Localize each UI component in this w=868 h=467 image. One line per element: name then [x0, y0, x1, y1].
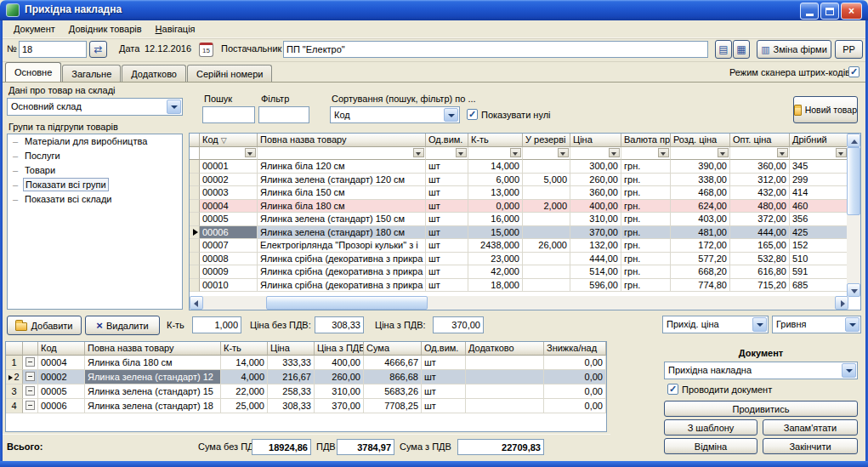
stock-table-row[interactable]: 00002Ялинка зелена (стандарт) 120 смшт6,… [190, 174, 848, 187]
stock-table-row[interactable]: 00008Ялинка срібна (декоративна з прикра… [190, 253, 848, 266]
invoice-column-header[interactable]: К-ть [221, 342, 268, 356]
close-button[interactable]: × [841, 3, 862, 20]
stock-hscrollbar[interactable] [190, 296, 848, 310]
post-document-checkbox[interactable]: ✓ [667, 384, 678, 395]
filter-cell[interactable] [570, 147, 621, 160]
minimize-button[interactable] [800, 3, 819, 20]
maximize-button[interactable] [820, 3, 839, 20]
tab-0[interactable]: Основне [5, 62, 61, 82]
stock-table-row[interactable]: 00009Ялинка срібна (декоративна з прикра… [190, 265, 848, 279]
tree-item[interactable]: Товари [8, 163, 182, 178]
tab-1[interactable]: Загальне [62, 65, 121, 82]
stock-table-row[interactable]: 00004Ялинка біла 180 смшт0,0002,000400,0… [190, 200, 848, 214]
chevron-down-icon[interactable] [752, 317, 767, 332]
tab-3[interactable]: Серійні номери [187, 65, 272, 82]
stock-column-header[interactable]: К-ть [468, 134, 523, 147]
show-zeros-checkbox[interactable]: ✓ [467, 109, 478, 120]
scroll-right-icon[interactable] [835, 296, 848, 310]
tree-item[interactable]: Показати всі склади [8, 192, 182, 207]
vscroll-thumb[interactable] [847, 147, 860, 215]
invoice-table-row[interactable]: 300005Ялинка зелена (стандарт) 1522,0002… [6, 384, 606, 399]
filter-input[interactable] [258, 106, 309, 123]
filter-dropdown-icon[interactable] [413, 148, 424, 157]
collapse-icon[interactable] [26, 386, 35, 396]
invoice-column-header[interactable]: Ціна з ПДВ [315, 342, 364, 356]
cancel-button[interactable]: Відміна [664, 438, 757, 454]
stock-column-header[interactable]: У резерві [523, 134, 570, 147]
filter-dropdown-icon[interactable] [836, 148, 847, 157]
collapse-icon[interactable] [26, 401, 35, 410]
invoice-table-row[interactable]: 400006Ялинка зелена (стандарт) 1825,0003… [6, 399, 606, 413]
stock-table-row[interactable]: 00003Ялинка біла 150 смшт13,000360,00грн… [190, 186, 848, 200]
price-vat-input[interactable] [433, 316, 484, 333]
scroll-down-icon[interactable] [847, 283, 860, 297]
stock-table-row[interactable]: 00005Ялинка зелена (стандарт) 150 смшт16… [190, 213, 848, 226]
supplier-input[interactable] [283, 41, 708, 58]
structure-button[interactable]: ▦ [733, 40, 750, 59]
stock-column-header[interactable]: Од.вим. [426, 134, 468, 147]
pp-button[interactable]: РР [835, 40, 863, 59]
filter-cell[interactable] [468, 147, 523, 160]
number-input[interactable] [19, 41, 87, 58]
stock-table-row[interactable]: 00010Ялинка срібна (декоративна з прикра… [190, 279, 848, 293]
invoice-column-header[interactable]: Додатково [466, 342, 544, 356]
new-item-button[interactable]: Новий товар [793, 96, 858, 123]
calendar-button[interactable]: 15 [199, 43, 213, 57]
invoice-column-header[interactable]: Повна назва товару [85, 342, 221, 356]
menu-item-1[interactable]: Довідник товарів [62, 22, 149, 36]
stock-table-row[interactable]: 00007Електрогірлянда "Прозорі кульки" з … [190, 239, 848, 253]
filter-dropdown-icon[interactable] [658, 148, 669, 157]
preview-button[interactable]: Продивитись [664, 401, 858, 417]
filter-dropdown-icon[interactable] [718, 148, 729, 157]
filter-dropdown-icon[interactable] [609, 148, 620, 157]
collapse-icon[interactable] [26, 372, 35, 381]
change-firm-button[interactable]: ▥ Зміна фірми [757, 40, 831, 59]
filter-cell[interactable] [790, 147, 848, 160]
filter-dropdown-icon[interactable] [777, 148, 788, 157]
tree-expand-cell[interactable] [23, 356, 38, 370]
number-lookup-button[interactable]: ⇄ [89, 41, 107, 58]
filter-cell[interactable] [258, 147, 426, 160]
chevron-down-icon[interactable] [845, 317, 859, 332]
stock-vscrollbar[interactable] [847, 134, 860, 297]
add-button[interactable]: Добавити [7, 316, 82, 335]
warehouse-select[interactable]: Основний склад [7, 98, 183, 116]
chevron-down-icon[interactable] [842, 363, 856, 378]
filter-cell[interactable] [621, 147, 671, 160]
collapse-icon[interactable] [26, 357, 35, 367]
tree-item[interactable]: Матеріали для виробництва [8, 134, 182, 149]
filter-cell[interactable] [200, 147, 258, 160]
price-novat-input[interactable] [315, 316, 364, 333]
tree-item[interactable]: Показати всі групи [8, 178, 182, 192]
stock-column-header[interactable]: Валюта пр [621, 134, 671, 147]
stock-column-header[interactable]: Розд. ціна [671, 134, 730, 147]
invoice-table-row[interactable]: 100004Ялинка біла 180 см14,000333,33400,… [6, 356, 606, 370]
price-type-select[interactable]: Прихід. ціна [662, 316, 769, 333]
scroll-left-icon[interactable] [190, 296, 203, 310]
delete-button[interactable]: × Видалити [85, 316, 160, 335]
journal-button[interactable]: ▤ [715, 40, 732, 59]
invoice-table-row[interactable]: 200002Ялинка зелена (стандарт) 124,00021… [6, 370, 606, 384]
invoice-column-header[interactable]: Код [38, 342, 85, 356]
stock-column-header[interactable]: Ціна [570, 134, 621, 147]
tree-expand-cell[interactable] [23, 399, 38, 413]
invoice-column-header[interactable]: Сума [364, 342, 422, 356]
filter-cell[interactable] [523, 147, 570, 160]
remember-button[interactable]: Запам'ятати [763, 419, 858, 436]
tree-expand-cell[interactable] [23, 370, 38, 384]
chevron-down-icon[interactable] [444, 108, 458, 122]
invoice-column-header[interactable]: Знижка/над [544, 342, 606, 356]
filter-cell[interactable] [426, 147, 468, 160]
stock-column-header[interactable]: Опт. ціна [730, 134, 790, 147]
filter-dropdown-icon[interactable] [558, 148, 569, 157]
tree-item[interactable]: Послуги [8, 149, 182, 163]
invoice-column-header[interactable]: Од.вим. [422, 342, 466, 356]
menu-item-2[interactable]: Навігація [149, 22, 202, 36]
hscroll-thumb[interactable] [266, 296, 428, 310]
filter-dropdown-icon[interactable] [245, 148, 256, 157]
template-button[interactable]: З шаблону [664, 419, 757, 436]
sort-select[interactable]: Код [330, 106, 460, 123]
stock-table-row[interactable]: 00001Ялинка біла 120 смшт14,000300,00грн… [190, 160, 848, 174]
invoice-column-header[interactable]: Ціна [268, 342, 315, 356]
search-input[interactable] [202, 106, 255, 123]
